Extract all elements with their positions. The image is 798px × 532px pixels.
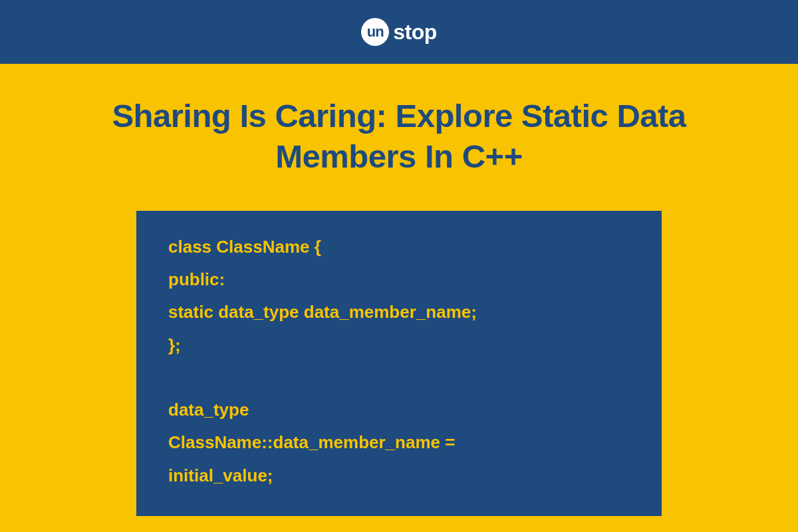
brand-logo: un stop [361, 18, 437, 46]
code-spacer [168, 362, 630, 394]
page-title: Sharing Is Caring: Explore Static Data M… [66, 96, 732, 178]
code-line-6: ClassName::data_member_name = [168, 426, 630, 459]
logo-prefix-text: un [367, 23, 384, 41]
logo-suffix-text: stop [393, 20, 437, 45]
code-line-5: data_type [168, 394, 630, 426]
code-line-2: public: [168, 263, 630, 296]
main-content: Sharing Is Caring: Explore Static Data M… [0, 64, 798, 532]
logo-circle-icon: un [361, 18, 389, 46]
header-bar: un stop [0, 0, 798, 64]
code-line-3: static data_type data_member_name; [168, 296, 630, 329]
code-block: class ClassName { public: static data_ty… [136, 211, 662, 517]
code-line-1: class ClassName { [168, 231, 630, 263]
code-line-7: initial_value; [168, 460, 630, 492]
code-line-4: }; [168, 329, 630, 362]
